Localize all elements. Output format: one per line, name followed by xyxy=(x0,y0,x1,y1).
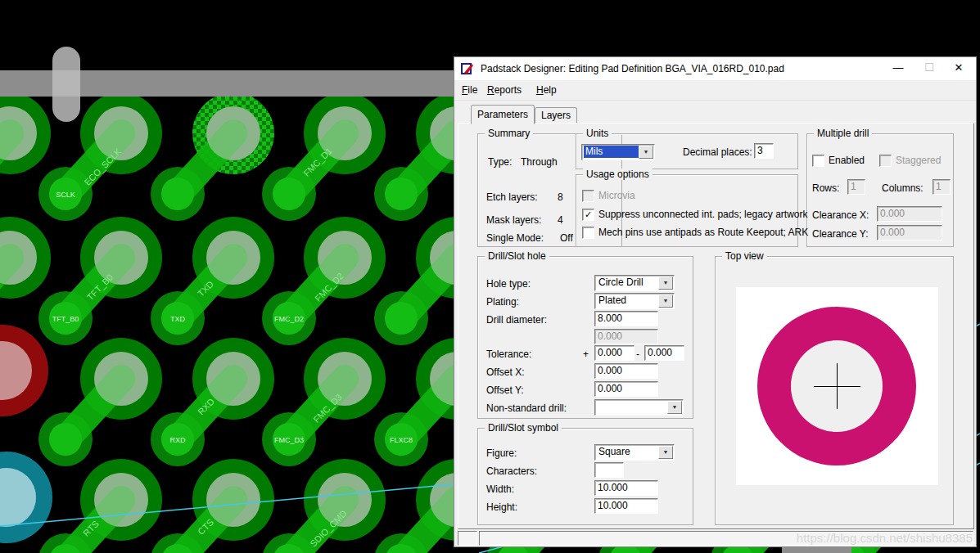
type-value: Through xyxy=(521,156,558,168)
units-group-title: Units xyxy=(583,128,612,139)
pcb-via-center xyxy=(161,178,194,210)
menu-help[interactable]: Help xyxy=(536,83,557,97)
width-input[interactable]: 10.000 xyxy=(594,480,658,496)
rows-input[interactable]: 1 xyxy=(847,179,865,195)
mech-pins-checkbox[interactable] xyxy=(582,227,594,239)
padstack-designer-window: Padstack Designer: Editing Pad Definitio… xyxy=(454,57,976,546)
maximize-button[interactable]: ☐ xyxy=(915,57,943,79)
drill-slot-symbol-group-title: Drill/Slot symbol xyxy=(485,422,562,434)
clearance-y-label: Clearance Y: xyxy=(812,228,869,240)
pcb-via-center xyxy=(385,178,418,210)
scrollbar-thumb[interactable] xyxy=(52,47,80,122)
pcb-pad-overlay xyxy=(206,106,260,160)
drill-diameter2-input[interactable]: 0.000 xyxy=(594,329,658,344)
pcb-via-label: FMC_D2 xyxy=(264,315,314,323)
hole-type-label: Hole type: xyxy=(486,278,531,290)
height-input[interactable]: 10.000 xyxy=(594,498,658,514)
menu-reports[interactable]: Reports xyxy=(487,83,522,97)
pcb-pad-overlay xyxy=(206,352,260,406)
offset-x-input[interactable]: 0.000 xyxy=(594,363,658,379)
status-cell xyxy=(458,531,477,546)
top-view-group: Top view xyxy=(715,256,954,525)
columns-label: Columns: xyxy=(882,182,924,194)
columns-input[interactable]: 1 xyxy=(933,179,951,195)
plating-value: Plated xyxy=(597,294,658,307)
window-title: Padstack Designer: Editing Pad Definitio… xyxy=(481,63,784,74)
staggered-checkbox[interactable] xyxy=(879,155,892,167)
single-mode-label: Single Mode: xyxy=(486,232,544,244)
type-label: Type: xyxy=(488,156,512,168)
rows-label: Rows: xyxy=(812,182,839,194)
suppress-checkbox[interactable]: ✓ xyxy=(582,209,594,221)
screen: SCLKTFT_B0TXDFMC_D2RXDFMC_D3FLXC8ECO_SCL… xyxy=(0,0,980,553)
height-label: Height: xyxy=(486,501,517,513)
plating-select[interactable]: Plated ▼ xyxy=(594,293,675,309)
decimal-places-input[interactable]: 3 xyxy=(754,143,774,159)
tolerance-plus-input[interactable]: 0.000 xyxy=(594,345,635,361)
chevron-down-icon[interactable]: ▼ xyxy=(658,446,673,459)
tab-parameters[interactable]: Parameters xyxy=(471,105,535,124)
menu-bar: File Reports Help xyxy=(454,80,976,101)
pcb-via-label: RXD xyxy=(153,436,202,444)
microvia-label: Microvia xyxy=(598,190,635,201)
title-bar[interactable]: Padstack Designer: Editing Pad Definitio… xyxy=(454,57,976,80)
mask-layers-value: 4 xyxy=(558,214,563,226)
drill-slot-symbol-group: Drill/Slot symbol Figure: Square ▼ Chara… xyxy=(477,428,693,525)
pcb-pad-overlay xyxy=(318,352,372,406)
pcb-via-label: FMC_D3 xyxy=(264,436,314,444)
pcb-pad-overlay xyxy=(94,352,148,406)
usage-options-group: Usage options Microvia ✓ Suppress unconn… xyxy=(576,174,798,247)
pcb-via-label: TXD xyxy=(153,315,202,323)
mech-pins-label: Mech pins use antipads as Route Keepout;… xyxy=(598,227,808,238)
microvia-checkbox[interactable] xyxy=(582,190,594,202)
chevron-down-icon[interactable]: ▼ xyxy=(658,276,673,290)
plating-label: Plating: xyxy=(486,296,519,308)
drill-diameter-input[interactable]: 8.000 xyxy=(594,311,658,326)
summary-group-title: Summary xyxy=(485,128,533,139)
chevron-down-icon[interactable]: ▼ xyxy=(639,146,653,159)
tolerance-label: Tolerance: xyxy=(486,348,531,360)
pcb-pad-overlay xyxy=(206,231,260,285)
clearance-x-label: Clearance X: xyxy=(812,209,869,221)
units-value: Mils xyxy=(584,146,639,158)
chevron-down-icon[interactable]: ▼ xyxy=(658,294,673,308)
minimize-button[interactable]: — xyxy=(884,57,912,79)
watermark: https://blog.csdn.net/shishu8385 xyxy=(784,531,973,545)
top-view-canvas xyxy=(736,287,938,485)
offset-x-label: Offset X: xyxy=(486,366,524,378)
figure-select[interactable]: Square ▼ xyxy=(594,444,675,461)
nonstandard-drill-select[interactable]: ▼ xyxy=(594,399,684,416)
app-icon xyxy=(461,62,474,75)
multiple-drill-group: Multiple drill Enabled Staggered Rows: 1… xyxy=(806,133,954,247)
crosshair-icon xyxy=(837,363,838,409)
clearance-y-input[interactable]: 0.000 xyxy=(877,225,942,241)
clearance-x-input[interactable]: 0.000 xyxy=(877,206,942,222)
enabled-checkbox[interactable] xyxy=(812,155,824,167)
units-select[interactable]: Mils ▼ xyxy=(581,144,655,160)
nonstandard-drill-label: Non-standard drill: xyxy=(486,402,567,414)
pcb-pad-overlay xyxy=(94,473,148,527)
menu-file[interactable]: File xyxy=(462,83,477,97)
decimal-places-label: Decimal places: xyxy=(683,146,752,158)
characters-input[interactable] xyxy=(594,462,624,478)
gray-fragment xyxy=(782,546,851,553)
hole-type-value: Circle Drill xyxy=(597,276,658,289)
width-label: Width: xyxy=(486,483,514,495)
pcb-via-label: SCLK xyxy=(41,191,90,199)
enabled-label: Enabled xyxy=(829,155,865,166)
chevron-down-icon[interactable]: ▼ xyxy=(667,401,682,414)
pcb-via-center xyxy=(49,423,82,456)
tolerance-minus-sign: - xyxy=(636,348,639,360)
tolerance-minus-input[interactable]: 0.000 xyxy=(644,345,684,361)
tab-layers[interactable]: Layers xyxy=(535,107,577,124)
hole-type-select[interactable]: Circle Drill ▼ xyxy=(594,275,675,291)
usage-options-group-title: Usage options xyxy=(583,169,653,180)
top-view-group-title: Top view xyxy=(722,250,767,262)
pcb-via-center xyxy=(273,178,305,210)
figure-value: Square xyxy=(597,446,658,458)
pcb-pad-overlay xyxy=(206,473,260,527)
close-button[interactable]: ✕ xyxy=(945,57,973,79)
units-group: Units Mils ▼ Decimal places: 3 xyxy=(576,133,798,169)
offset-y-input[interactable]: 0.000 xyxy=(594,381,658,397)
multiple-drill-group-title: Multiple drill xyxy=(814,128,872,139)
